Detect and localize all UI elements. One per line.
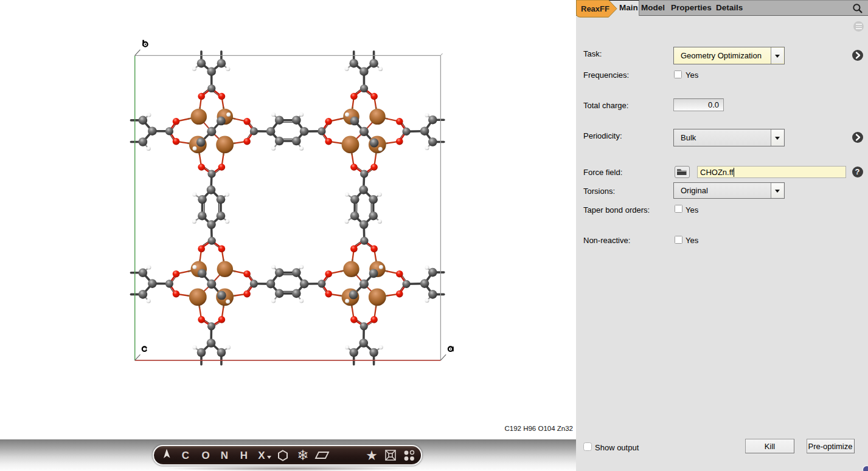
svg-text:ReaxFF: ReaxFF xyxy=(581,4,609,13)
svg-text:X: X xyxy=(258,450,265,461)
svg-text:❄: ❄ xyxy=(297,447,308,463)
svg-text:H: H xyxy=(240,450,248,461)
svg-text:C: C xyxy=(182,450,189,461)
svg-text:O: O xyxy=(201,450,209,461)
svg-text:★: ★ xyxy=(366,449,377,462)
svg-text:N: N xyxy=(221,450,228,461)
